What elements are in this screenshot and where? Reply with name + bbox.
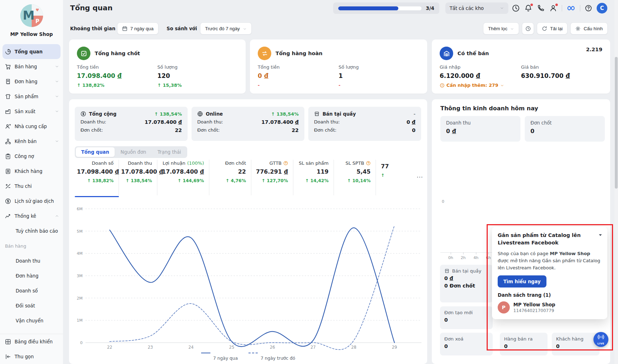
sidebar-item[interactable]: Kênh bán [0,134,63,149]
sidebar-item[interactable]: Thu gọn [0,349,63,364]
metric-label: Doanh thu [128,160,152,166]
sidebar-item[interactable]: Doanh thu [0,253,63,268]
stat-card: Có thể bán2.219Giá nhập6.120.000 đCần nh… [432,39,610,94]
counter-card: Khách hàng0 [552,333,599,355]
summary-card: Online↑ 138,54%Doanh thu:17.078.400 đĐơn… [192,107,304,141]
collapse-icon [5,354,11,360]
stat-label: Tổng tiền [258,64,339,70]
metric-column[interactable]: SL sản phẩm119↑ 14,42% [293,160,334,195]
metric-column[interactable]: Doanh thu17.078.400 đ↑ 138,54% [119,160,157,195]
sidebar-item[interactable]: Tuỳ chỉnh báo cáo [0,223,63,238]
summary-delta: - [414,111,415,117]
tab-nguon-don[interactable]: Nguồn đơn [115,147,152,157]
tab-trang-thai[interactable]: Trạng thái [152,147,187,157]
today-card: Doanh thu0 đ [440,116,520,142]
sidebar-item-label: Thu chi [15,184,32,189]
app-logo[interactable]: C [597,3,607,14]
metric-column[interactable]: Doanh số17.098.400 đ↑ 138,82% [75,160,119,195]
metric-label: Đơn chốt [225,160,246,166]
metric-value: 22 [211,168,246,175]
sidebar-item[interactable]: Vận chuyển [0,313,63,328]
chevron-down-icon [55,139,59,143]
more-filters-label: Thêm lọc [488,26,507,31]
config-button[interactable]: Cấu hình [570,22,608,35]
bell-icon[interactable] [524,4,532,12]
chart-icon [5,213,11,219]
clock-icon[interactable] [512,4,520,12]
metric-column[interactable]: 77↑ [376,160,396,195]
sidebar-section-label: Bán hàng [0,238,63,253]
svg-text:2M: 2M [77,296,83,301]
today-card-label: Doanh thu [446,120,515,126]
user-icon[interactable] [549,4,557,12]
onboarding-progress[interactable]: 3/4 [333,2,439,14]
stat-value: 17.098.400 đ [77,72,157,79]
warehouse-selector[interactable]: Tất cả các kho [445,2,508,14]
compare-select[interactable]: Trước đó 7 ngày [200,22,252,35]
sidebar-item[interactable]: Sản xuất [0,104,63,119]
sidebar-item-label: Lịch sử giao dịch [15,199,54,204]
stat-delta: ↑ 15,38% [157,83,238,88]
metric-column[interactable]: GTTB776.291 đ↑ 127,70% [251,160,293,195]
summary-row-value: 17.078.400 đ [145,119,182,125]
chevron-down-icon [243,27,247,31]
progress-track [338,6,421,10]
sidebar-item[interactable]: Bán hàng [0,59,63,74]
help-icon[interactable] [585,4,592,12]
clipboard-icon [5,153,11,159]
confirmed-icon [77,47,90,60]
sidebar-item[interactable]: Lịch sử giao dịch [0,194,63,209]
sidebar-item[interactable]: Đơn hàng [0,268,63,283]
summary-row-label: Doanh thu: [197,119,223,125]
caret-down-icon[interactable] [598,232,603,237]
metric-delta: ↑ 138,82% [77,178,114,183]
cart-icon [5,64,11,70]
tab-tong-quan[interactable]: Tổng quan [76,147,115,157]
facebook-page-item[interactable]: P MP Yellow Shop 114764021700779 [498,301,602,313]
chevron-down-icon [500,83,504,87]
history-button[interactable] [522,22,534,35]
stat-delta: - [339,83,419,88]
date-range-button[interactable]: 7 ngày qua [117,22,158,35]
active-metric-underline [75,196,119,197]
more-metrics-button[interactable]: … [417,172,423,179]
sidebar-item[interactable]: Khách hàng [0,164,63,179]
sidebar-item[interactable]: Tổng quan [2,44,61,59]
today-card: Đơn chốt0 [525,116,605,142]
sidebar-item[interactable]: Bảng điều khiển [0,334,63,349]
popup-body-suffix: được mở tính năng Gắn sản phẩm từ Catalo… [498,258,600,270]
shirt-icon [5,94,11,100]
sidebar-item[interactable]: Thống kê [0,209,63,223]
live-floating-button[interactable]: LIVE [593,332,608,347]
question-circle-icon[interactable] [283,161,288,165]
learn-more-button[interactable]: Tìm hiểu ngay [498,275,546,287]
svg-text:6M: 6M [77,207,83,211]
summary-row-label: Đơn chốt: [80,127,103,133]
scrollbar-thumb[interactable] [615,57,618,189]
metric-column[interactable]: Đơn chốt22↑ 4,76% [209,160,251,195]
sidebar-item[interactable]: Nhà cung cấp [0,119,63,134]
reload-button[interactable]: Tải lại [537,22,567,35]
phone-icon[interactable] [537,4,545,12]
notification-dot [555,4,558,6]
summary-name: Online [206,111,223,117]
sidebar-item[interactable]: Đối soát [0,298,63,313]
notification-dot [530,4,533,6]
compare-label: So sánh với [167,26,197,31]
metric-column[interactable]: Lợi nhuận(100%)17.078.400 đ↑ 144,69% [157,160,209,195]
popup-list-header: Danh sách trang (1) [498,292,602,298]
question-circle-icon[interactable] [366,161,371,165]
sidebar-item[interactable]: Doanh số [0,283,63,298]
restock-warning[interactable]: Cần nhập thêm: 279 [440,83,521,88]
sidebar-item[interactable]: Đơn hàng [0,74,63,89]
popup-body-prefix: Shop của bạn có page [498,251,550,256]
sidebar-item[interactable]: Thu chi [0,179,63,194]
stat-card: Tổng hàng hoànTổng tiền0 đ-Số lượng1- [250,39,427,94]
factory-icon [5,109,11,115]
sidebar-item[interactable]: Công nợ [0,149,63,164]
more-filters-button[interactable]: Thêm lọc [483,22,519,35]
metric-column[interactable]: SL SPTB5,45↑ 10,14% [334,160,376,195]
meta-icon[interactable] [567,4,575,12]
shop-logo[interactable]: ♥ P M [20,4,43,27]
sidebar-item[interactable]: Sản phẩm [0,89,63,104]
